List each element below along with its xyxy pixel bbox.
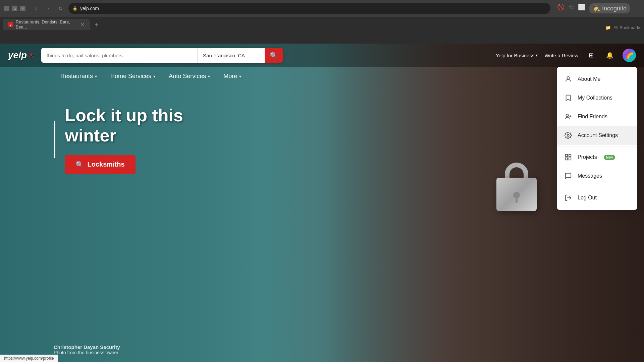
menu-item-my-collections[interactable]: My Collections — [557, 88, 637, 107]
chevron-down-icon: ▾ — [536, 53, 538, 58]
search-button[interactable]: 🔍 — [265, 48, 283, 63]
svg-rect-5 — [566, 155, 568, 157]
nav-item-more[interactable]: More ▾ — [217, 67, 248, 85]
person-add-icon — [564, 112, 573, 121]
tablet-icon[interactable]: ⬜ — [578, 3, 585, 13]
notifications-icon[interactable]: 🔔 — [604, 49, 616, 61]
nav-item-home-services[interactable]: Home Services ▾ — [104, 67, 162, 85]
exit-icon — [564, 193, 573, 202]
search-icon: 🔍 — [75, 161, 84, 169]
write-review-link[interactable]: Write a Review — [544, 53, 578, 58]
back-button[interactable]: ‹ — [31, 3, 42, 14]
star-icon[interactable]: ☆ — [569, 3, 574, 13]
menu-item-find-friends[interactable]: Find Friends — [557, 107, 637, 126]
grid-icon — [564, 153, 573, 162]
yelp-page: yelp ✳ 🔍 Yelp for Business ▾ Write a Rev… — [0, 44, 644, 362]
svg-point-0 — [567, 77, 569, 79]
nav-item-auto-services[interactable]: Auto Services ▾ — [162, 67, 217, 85]
svg-point-1 — [566, 114, 569, 117]
search-where-input[interactable] — [198, 48, 265, 63]
yelp-nav: Restaurants ▾ Home Services ▾ Auto Servi… — [0, 67, 644, 85]
address-bar[interactable]: 🔒 yelp.com — [68, 3, 550, 14]
user-dropdown-menu: About Me My Collections Find Friends — [557, 67, 637, 210]
browser-toolbar: — □ ✕ ‹ › ↻ 🔒 yelp.com 🚫 ☆ ⬜ 🕵 Incognito… — [0, 0, 644, 17]
search-container: 🔍 — [41, 48, 283, 63]
active-tab[interactable]: y Restaurants, Dentists, Bars, Bea... ✕ — [3, 19, 90, 30]
chevron-down-icon: ▾ — [239, 74, 241, 79]
eye-off-icon[interactable]: 🚫 — [557, 3, 565, 13]
person-icon — [564, 74, 573, 84]
svg-rect-8 — [569, 158, 571, 160]
menu-divider-2 — [557, 187, 637, 187]
more-options-icon[interactable]: ⋮ — [634, 3, 640, 13]
yelp-for-business-link[interactable]: Yelp for Business ▾ — [496, 53, 538, 58]
accent-bar — [54, 121, 55, 158]
nav-buttons: ‹ › ↻ — [31, 3, 66, 14]
window-controls: — □ ✕ — [4, 6, 25, 11]
maximize-button[interactable]: □ — [12, 6, 17, 11]
menu-item-about-me[interactable]: About Me — [557, 70, 637, 88]
menu-item-projects[interactable]: Projects New — [557, 148, 637, 167]
chevron-down-icon: ▾ — [153, 74, 155, 79]
hero-content: Lock it up this winter 🔍 Locksmiths — [0, 85, 644, 194]
close-button[interactable]: ✕ — [20, 6, 25, 11]
incognito-badge: 🕵 Incognito — [589, 3, 630, 13]
menu-item-messages[interactable]: Messages — [557, 167, 637, 185]
refresh-button[interactable]: ↻ — [55, 3, 66, 14]
chat-icon — [564, 171, 573, 181]
hero-text: Lock it up this winter 🔍 Locksmiths — [65, 106, 183, 174]
nav-item-restaurants[interactable]: Restaurants ▾ — [54, 67, 104, 85]
url-text: yelp.com — [80, 6, 99, 11]
tab-favicon: y — [8, 22, 13, 27]
gear-icon — [564, 131, 573, 140]
search-what-input[interactable] — [41, 48, 197, 63]
chevron-down-icon: ▾ — [95, 74, 97, 79]
hero-title: Lock it up this winter — [65, 106, 183, 146]
browser-extras: 🚫 ☆ ⬜ 🕵 Incognito ⋮ — [557, 3, 640, 13]
tabs-bar: y Restaurants, Dentists, Bars, Bea... ✕ … — [0, 17, 644, 30]
logo-burst: ✳ — [28, 52, 33, 59]
tab-close-button[interactable]: ✕ — [80, 22, 85, 27]
browser-chrome: — □ ✕ ‹ › ↻ 🔒 yelp.com 🚫 ☆ ⬜ 🕵 Incognito… — [0, 0, 644, 44]
svg-point-4 — [567, 134, 569, 136]
tab-title: Restaurants, Dentists, Bars, Bea... — [16, 19, 78, 29]
bookmarks-folder-icon: 📁 — [605, 25, 611, 30]
bookmark-icon — [564, 93, 573, 103]
status-bar: https://www.yelp.com/profile — [0, 355, 58, 362]
projects-icon[interactable]: ⊞ — [585, 49, 597, 61]
new-badge: New — [604, 155, 615, 160]
lock-icon: 🔒 — [72, 6, 77, 11]
yelp-logo[interactable]: yelp ✳ — [8, 50, 33, 61]
menu-item-account-settings[interactable]: Account Settings — [557, 126, 637, 145]
chevron-down-icon: ▾ — [208, 74, 210, 79]
yelp-header: yelp ✳ 🔍 Yelp for Business ▾ Write a Rev… — [0, 44, 644, 67]
locksmiths-button[interactable]: 🔍 Locksmiths — [65, 155, 135, 174]
user-avatar-button[interactable]: 🌈 — [623, 49, 636, 62]
new-tab-button[interactable]: + — [91, 19, 102, 30]
photo-credit: Christopher Dayan Security Photo from th… — [54, 344, 120, 355]
forward-button[interactable]: › — [43, 3, 54, 14]
svg-rect-7 — [566, 158, 568, 160]
header-links: Yelp for Business ▾ Write a Review ⊞ 🔔 🌈 — [496, 49, 636, 62]
menu-divider-1 — [557, 146, 637, 146]
logo-text: yelp — [8, 50, 27, 61]
bookmarks-label: All Bookmarks — [613, 25, 641, 30]
svg-rect-6 — [569, 155, 571, 157]
minimize-button[interactable]: — — [4, 6, 9, 11]
menu-item-log-out[interactable]: Log Out — [557, 188, 637, 207]
